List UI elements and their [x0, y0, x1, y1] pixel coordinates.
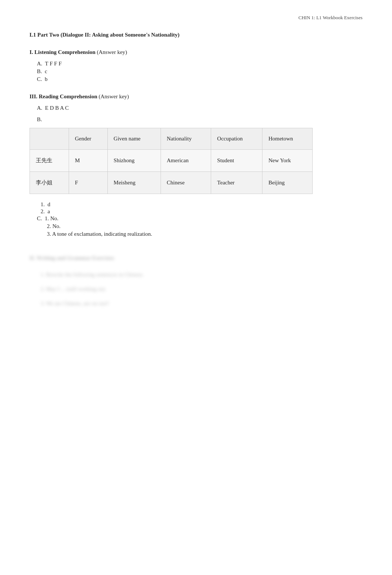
header-hometown: Hometown — [262, 128, 313, 150]
list-item-1: 1. d — [41, 201, 362, 208]
reading-table: Gender Given name Nationality Occupation… — [30, 128, 313, 194]
part-b-label: B. — [37, 116, 362, 123]
table-row: 李小姐 F Meisheng Chinese Teacher Beijing — [30, 172, 313, 194]
part-c-label: C. 1. No. — [37, 215, 362, 222]
main-title: L1 Part Two (Dialogue II: Asking about S… — [30, 32, 362, 38]
part-a-label-value: A. E D B A C — [37, 105, 362, 111]
answer-b: B. c — [37, 68, 362, 75]
blurred-section: II. Writing and Grammar Exercises 1. Rew… — [30, 252, 362, 310]
row1-nationality: American — [161, 150, 211, 172]
header-gender: Gender — [69, 128, 108, 150]
page-header: CHIN 1: L1 Workbook Exercises — [30, 15, 362, 21]
part-c-answers: C. 1. No. 2. No. 3. A tone of exclamatio… — [37, 215, 362, 237]
blurred-item-3: 3. We are Chinese, are we not? — [41, 297, 362, 310]
header-nationality: Nationality — [161, 128, 211, 150]
row1-occupation: Student — [211, 150, 262, 172]
row2-name: 李小姐 — [30, 172, 69, 194]
section-i-title: I. Listening Comprehension (Answer key) — [30, 49, 362, 55]
row2-hometown: Beijing — [262, 172, 313, 194]
row2-gender: F — [69, 172, 108, 194]
row1-hometown: New York — [262, 150, 313, 172]
blurred-item-1: 1. Rewrite the following sentences in Ch… — [41, 269, 362, 281]
row1-gender: M — [69, 150, 108, 172]
row1-name: 王先生 — [30, 150, 69, 172]
header-occupation: Occupation — [211, 128, 262, 150]
blurred-item-2: 2. May I ... (still working on) — [41, 283, 362, 295]
row2-given-name: Meisheng — [107, 172, 161, 194]
part-c-2: 2. No. — [47, 223, 362, 229]
row2-nationality: Chinese — [161, 172, 211, 194]
answer-c: C. b — [37, 76, 362, 82]
header-given-name: Given name — [107, 128, 161, 150]
part-c-3: 3. A tone of exclamation, indicating rea… — [47, 231, 362, 237]
section-iii-title: III. Reading Comprehension (Answer key) — [30, 93, 362, 100]
list-item-2: 2. a — [41, 208, 362, 215]
answer-a: A. T F F F — [37, 61, 362, 67]
table-row: 王先生 M Shizhong American Student New York — [30, 150, 313, 172]
blurred-title: II. Writing and Grammar Exercises — [30, 252, 362, 264]
table-header-row: Gender Given name Nationality Occupation… — [30, 128, 313, 150]
row2-occupation: Teacher — [211, 172, 262, 194]
row1-given-name: Shizhong — [107, 150, 161, 172]
header-empty — [30, 128, 69, 150]
